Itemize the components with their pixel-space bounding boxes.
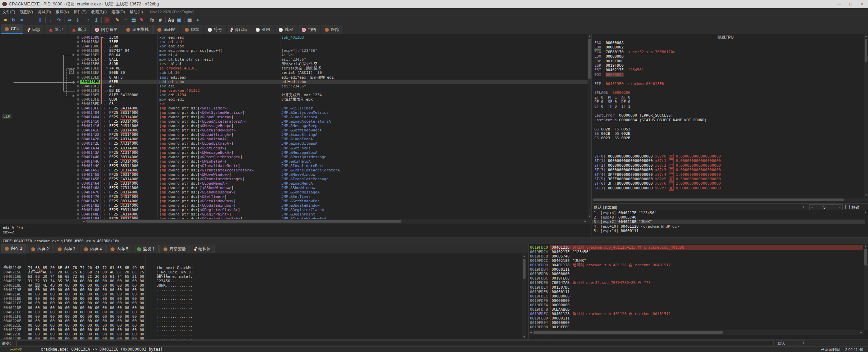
breakpoint-dot[interactable] — [77, 182, 79, 185]
disasm-row[interactable]: 0040147C∨FF25 D8314000jmp dword ptr ds:[… — [76, 199, 588, 203]
stack-row[interactable]: 0019FE08└0019FEEC — [529, 325, 868, 329]
disasm-vscrollbar[interactable]: ▲ ▼ — [588, 34, 591, 219]
disasm-row[interactable]: 0040140A∨FF25 8C314000jmp dword ptr ds:[… — [76, 115, 588, 119]
breakpoint-dot[interactable] — [77, 41, 79, 43]
tab-脚本[interactable]: 脚本 — [181, 25, 203, 34]
run-button[interactable]: → — [28, 16, 36, 24]
tab-笔记[interactable]: 笔记 — [45, 25, 67, 34]
function-button[interactable]: fx — [148, 16, 156, 24]
hash-button[interactable]: # — [156, 16, 164, 24]
stack-row[interactable]: 0019FE04│00000000 — [529, 320, 868, 325]
strings-button[interactable]: Aa — [167, 16, 175, 24]
disasm-row[interactable]: 00401476∨FF25 D4314000jmp dword ptr ds:[… — [76, 194, 588, 199]
stack-hscrollbar[interactable]: ◄ ► — [529, 330, 864, 335]
assemble-button[interactable]: ✎ — [113, 16, 121, 24]
disasm-row[interactable]: 004013DE.8B7424 04mov esi,dword ptr ss:[… — [76, 48, 588, 53]
disasm-row[interactable]: 00401464∨FF25 C8314000jmp dword ptr ds:[… — [76, 181, 588, 186]
open-file-button[interactable]: ■ — [1, 16, 9, 24]
argument-row[interactable]: 1: [esp+4] 0040217E "123456" — [592, 211, 865, 215]
menu-item-收藏夹I[interactable]: 收藏夹(I) — [89, 10, 109, 14]
register-line[interactable]: ST(1) 00000000000000000000 x87r1 空 0.000… — [594, 159, 721, 163]
register-line[interactable]: ST(5) 3FFE8000000000000000 x87r5 空 0.500… — [594, 177, 721, 181]
tab-断点[interactable]: 断点 — [68, 25, 90, 34]
disasm-row[interactable]: 004013E8.∨74 0Bje crackme.4013F5serial为空… — [76, 66, 588, 70]
breakpoint-dot[interactable] — [77, 187, 79, 189]
stack-row[interactable]: 0019FDF4│00000000 — [529, 303, 868, 307]
breakpoint-dot[interactable] — [77, 81, 79, 83]
calculator-button[interactable]: ▦ — [185, 16, 194, 24]
menu-item-视图V[interactable]: 视图(V) — [18, 10, 35, 14]
command-input[interactable] — [16, 340, 774, 346]
register-line[interactable]: ST(0) 00000000000000000000 x87r0 空 0.000… — [594, 154, 721, 159]
calling-convention-select[interactable]: 默认 (stdcall) — [594, 205, 617, 210]
tab-线程[interactable]: 线程 — [275, 25, 297, 34]
dump-tab-结构体[interactable]: 结构体 — [191, 245, 215, 253]
stack-row[interactable]: 0019FDC40040217E"123456" — [529, 250, 868, 254]
dump-row[interactable]: 004021BE00000000000000000000000000000000… — [0, 296, 522, 301]
register-line[interactable]: ESP 0019FDC0 — [594, 63, 624, 68]
register-line[interactable]: LastStatus C0000034 (STATUS_OBJECT_NAME_… — [594, 118, 707, 122]
disasm-row[interactable]: 00401470∨FF25 D0314000jmp dword ptr ds:[… — [76, 190, 588, 194]
disasm-row[interactable]: 004013F3.∧EB EDjmp crackme.4013E2 — [76, 88, 588, 93]
menu-item-帮助H[interactable]: 帮助(H) — [127, 10, 145, 14]
maximize-button[interactable]: □ — [845, 0, 856, 8]
breakpoint-dot[interactable] — [77, 178, 79, 180]
disasm-row[interactable]: 004013DC.33DBxor ebx,ebx — [76, 44, 588, 48]
tab-内存布局[interactable]: 内存布局 — [91, 25, 121, 34]
breakpoint-dot[interactable] — [77, 218, 79, 219]
register-line[interactable]: EBP 0019FDDC — [594, 59, 624, 63]
tab-调用堆栈[interactable]: 调用堆栈 — [122, 25, 153, 34]
breakpoint-dot[interactable] — [77, 76, 79, 79]
stack-row[interactable]: 0019FE00│00000111 — [529, 316, 868, 320]
menu-item-文件F[interactable]: 文件(F) — [0, 10, 18, 14]
disasm-hscrollbar[interactable]: ◄ ► — [81, 219, 588, 224]
breakpoint-dot[interactable] — [77, 94, 79, 96]
dump-tab-内存 3[interactable]: 内存 3 — [54, 245, 79, 253]
stack-row[interactable]: 0019FDFC│00401128返回到 crackme.sub_401128 … — [529, 312, 868, 316]
disasm-row[interactable]: 004013FE∨FF25 84314000jmp dword ptr ds:[… — [76, 106, 588, 110]
tab-跟踪[interactable]: 跟踪 — [321, 25, 343, 34]
dump-tab-内存 4[interactable]: 内存 4 — [80, 245, 106, 253]
breakpoint-dot[interactable] — [77, 103, 79, 105]
tab-引用[interactable]: 引用 — [252, 25, 274, 34]
disasm-row[interactable]: 004013E6.84DBtest bl,bl测试serial是否为空 — [76, 62, 588, 66]
disasm-row[interactable]: 004013DA.33FFxor edi,edi — [76, 40, 588, 44]
breakpoint-dot[interactable] — [77, 151, 79, 154]
run-to-cursor-button[interactable]: ⇒ — [65, 16, 74, 24]
breakpoint-dot[interactable] — [77, 169, 79, 171]
disasm-row[interactable]: 004013E2.B0 0Amov al,AA:'\n' — [76, 53, 588, 57]
unlock-checkbox[interactable] — [845, 205, 850, 209]
command-profile-select[interactable]: 默认 ▼ — [776, 340, 806, 346]
run-to-user-code-button[interactable]: ↥ — [92, 16, 100, 24]
disasm-row[interactable]: 00401404∨FF25 88314000jmp dword ptr ds:[… — [76, 110, 588, 115]
disasm-row[interactable]: 00401440∨FF25 B0314000jmp dword ptr ds:[… — [76, 155, 588, 159]
breakpoint-dot[interactable] — [77, 156, 79, 158]
disasm-row[interactable]: 00401422∨FF25 9C314000jmp dword ptr ds:[… — [76, 132, 588, 137]
dump-row[interactable]: 0040222E00000000000000000000000000000000… — [0, 328, 522, 332]
step-over-button[interactable]: ↷ — [55, 16, 63, 24]
breakpoint-dot[interactable] — [77, 98, 79, 101]
menu-item-选项O[interactable]: 选项(O) — [109, 10, 127, 14]
register-line[interactable]: ST(3) 00000000000000000000 x87r3 空 0.000… — [594, 168, 721, 172]
stack-row[interactable]: 0019FDC800005740 — [529, 254, 868, 258]
step-into-button[interactable]: ↓ — [47, 16, 55, 24]
close-process-button[interactable]: ■ — [18, 16, 26, 24]
comment-button[interactable]: ≡ — [121, 16, 130, 24]
dump-row[interactable]: 004021AE00000000000000000000000000000000… — [0, 292, 522, 296]
restart-button[interactable]: ↻ — [9, 16, 18, 24]
tab-SEH链[interactable]: SEH链 — [153, 25, 180, 34]
register-line[interactable]: EFLAGS 00000206 — [594, 90, 630, 95]
collapse-function-icon[interactable]: − — [69, 69, 74, 74]
dump-tab-内存 2[interactable]: 内存 2 — [27, 245, 53, 253]
disasm-row[interactable]: 004013F0.03FBadd edi,ebxedi=edi+ebx — [76, 80, 588, 84]
breakpoint-dot[interactable] — [77, 165, 79, 167]
disasm-row[interactable]: 004013FB.8BDFmov ebx,edi计算结果放入 ebx — [76, 97, 588, 102]
breakpoint-dot[interactable] — [77, 89, 79, 92]
stack-row[interactable]: 0019FDF0│00000000 — [529, 298, 868, 303]
breakpoint-dot[interactable] — [77, 111, 79, 114]
stack-row[interactable]: 0019FDD800000000 — [529, 272, 868, 276]
menu-item-跟踪N[interactable]: 跟踪(N) — [53, 10, 71, 14]
stack-row[interactable]: 0019FDE4│001507DC — [529, 285, 868, 290]
register-line[interactable]: ES 002B DS 002B — [594, 131, 630, 136]
disasm-row[interactable]: 00401434∨FF25 A8314000jmp dword ptr ds:[… — [76, 146, 588, 150]
